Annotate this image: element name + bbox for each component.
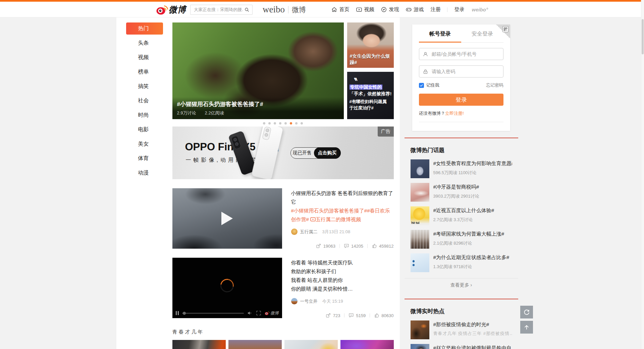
topic-title[interactable]: #为什么近期无症状感染者占比多#: [433, 254, 512, 261]
nav-item-video[interactable]: 视频: [356, 6, 374, 13]
fullscreen-icon[interactable]: [256, 310, 261, 316]
remember-me-label[interactable]: 记住我: [426, 82, 439, 88]
login-submit-button[interactable]: 登录: [419, 94, 503, 106]
username[interactable]: 五行属二: [300, 229, 318, 235]
video-link-text[interactable]: 五行属二的微博视频: [316, 216, 361, 222]
nav-item-discover[interactable]: 发现: [381, 6, 399, 13]
video-thumbnail-1[interactable]: [172, 188, 282, 249]
register-link[interactable]: 注册: [430, 6, 440, 13]
login-link[interactable]: 登录: [454, 6, 464, 13]
post-image[interactable]: [340, 340, 394, 349]
video-thumbnail-2[interactable]: 微博: [172, 258, 282, 318]
nav-item-games[interactable]: 游戏: [406, 6, 424, 13]
hot-topic-item-4[interactable]: #考研国家线为何普遍大幅上涨# 2.1亿阅读 8296讨论: [405, 230, 518, 249]
progress-knob[interactable]: [183, 312, 186, 315]
sidebar-item-headlines[interactable]: 头条: [126, 37, 163, 49]
sidebar-item-rankings[interactable]: 榜单: [126, 66, 163, 78]
carousel-dot[interactable]: [295, 122, 298, 124]
right-column: 帐号登录 安全登录: [405, 22, 518, 349]
realtime-item-2[interactable]: #赵立坚称台湾如被俄制裁是咎由自… 「赵立坚称台湾如被俄制裁是咎由自取」: [405, 344, 518, 349]
like-stat[interactable]: 80630: [374, 313, 393, 318]
home-icon: [331, 6, 337, 13]
post-body: 小猩猩用石头扔游客 爸爸看到后狠狠的教育了它 #小猩猩用石头扔游客被爸爸揍了##…: [291, 188, 394, 249]
password-input[interactable]: [432, 69, 500, 74]
volume-icon[interactable]: [247, 310, 253, 316]
tab-account-login[interactable]: 帐号登录: [419, 31, 461, 43]
pause-button[interactable]: [176, 311, 179, 315]
carousel-dot[interactable]: [284, 122, 287, 124]
sidebar-item-video[interactable]: 视频: [126, 51, 163, 63]
post-image[interactable]: [284, 340, 338, 349]
refresh-button[interactable]: [520, 306, 533, 318]
sidebar-item-sports[interactable]: 体育: [126, 152, 163, 164]
carousel-dot[interactable]: [274, 122, 276, 124]
repost-stat[interactable]: 19063: [316, 243, 335, 249]
carousel-dot[interactable]: [279, 122, 281, 124]
sidebar-item-fashion[interactable]: 时尚: [126, 109, 163, 121]
account-input[interactable]: [432, 51, 500, 57]
comment-count: 5159: [356, 313, 366, 318]
topic-title[interactable]: #考研国家线为何普遍大幅上涨#: [433, 231, 512, 237]
username[interactable]: 一号立井: [300, 298, 318, 304]
topic-title[interactable]: #女性受教育程度为何影响生育意愿#: [433, 160, 512, 167]
avatar[interactable]: [291, 229, 298, 235]
sidebar-item-funny[interactable]: 搞笑: [126, 80, 163, 92]
oppo-ad-banner[interactable]: OPPO Find X5 系列 一帧影像,动用两块芯片 现已开售 点击购买 广告: [172, 127, 394, 179]
hot-topic-item-1[interactable]: #女性受教育程度为何影响生育意愿# 596.5万阅读 1100讨论: [405, 159, 518, 178]
forgot-password-link[interactable]: 忘记密码: [486, 82, 503, 88]
carousel-dot[interactable]: [268, 122, 271, 124]
remember-me-checkbox[interactable]: [419, 83, 424, 88]
hot-topic-item-2[interactable]: #冲牙器是智商税吗# 3903.2万阅读 2901讨论: [405, 183, 518, 202]
topic-title[interactable]: #冲牙器是智商税吗#: [433, 184, 512, 190]
topic-title[interactable]: #赵立坚称台湾如被俄制裁是咎由自…: [433, 345, 512, 349]
weibo-corner-brand[interactable]: weibo°: [472, 7, 488, 12]
back-to-top-button[interactable]: [520, 321, 533, 334]
progress-bar[interactable]: [182, 313, 244, 314]
search-box[interactable]: [190, 5, 253, 15]
carousel-dot[interactable]: [263, 122, 265, 124]
hot-topic-item-3[interactable]: hè tui #近视五百度以上什么体验# 2.7亿阅读 3.3万讨论: [405, 206, 518, 225]
sidebar-item-society[interactable]: 社会: [126, 95, 163, 107]
ad-buy-button[interactable]: 点击购买: [314, 147, 341, 159]
register-now-link[interactable]: 立即注册!: [445, 111, 464, 116]
search-input[interactable]: [191, 7, 244, 12]
sidebar-item-movies[interactable]: 电影: [126, 123, 163, 136]
post-image[interactable]: [172, 340, 226, 349]
post-hashtag-links[interactable]: #小猩猩用石头扔游客被爸爸揍了##春日欢乐创作营# 五行属二的微博视频: [291, 206, 394, 224]
see-more-link[interactable]: 查看更多 ›: [405, 278, 518, 292]
realtime-item-1[interactable]: #那些被疫情偷走的时光# 青春才几年 疫情占三年 #那些被疫情…: [405, 320, 518, 339]
ad-cta-pill[interactable]: 现已开售 点击购买: [290, 147, 341, 159]
nav-item-home[interactable]: 首页: [331, 6, 349, 13]
like-stat[interactable]: 459812: [372, 243, 393, 249]
login-label: 登录: [454, 6, 464, 13]
post-image[interactable]: [228, 340, 282, 349]
sidebar-item-beauty[interactable]: 美女: [126, 138, 163, 150]
search-icon[interactable]: [244, 7, 250, 12]
repost-stat[interactable]: 723: [326, 313, 340, 318]
account-field[interactable]: [419, 48, 503, 60]
hot-topic-item-5[interactable]: #为什么近期无症状感染者占比多# 1.3亿阅读 9718讨论: [405, 253, 518, 272]
qr-login-corner[interactable]: [496, 24, 510, 39]
sidebar-item-anime[interactable]: 动漫: [126, 167, 163, 179]
carousel-dot-active[interactable]: [290, 122, 292, 124]
scrollbar-thumb[interactable]: [642, 19, 644, 54]
page-scrollbar[interactable]: [641, 0, 644, 349]
sidebar-item-hot[interactable]: 热门: [126, 22, 163, 35]
carousel-main-slide[interactable]: #小猩猩用石头扔游客被爸爸揍了# 2.9万讨论 2.2亿阅读: [172, 22, 344, 119]
carousel-dot[interactable]: [301, 122, 303, 124]
carousel-title[interactable]: #小猩猩用石头扔游客被爸爸揍了#: [177, 100, 339, 108]
comment-stat[interactable]: 5159: [348, 313, 366, 318]
play-icon[interactable]: [221, 212, 233, 225]
comment-stat[interactable]: 14205: [344, 243, 363, 249]
topic-title[interactable]: #近视五百度以上什么体验#: [433, 207, 512, 214]
carousel-caption: #小猩猩用石头扔游客被爸爸揍了# 2.9万讨论 2.2亿阅读: [172, 97, 344, 119]
topic-title[interactable]: #那些被疫情偷走的时光#: [433, 321, 512, 328]
post-stats-row: 723 5159 80630: [291, 313, 394, 318]
weibo-logo[interactable]: 微博: [156, 4, 186, 15]
carousel-side-slide-top[interactable]: #女生会因为什么烦躁#: [347, 22, 394, 68]
carousel-side-slide-bottom[interactable]: 〝 专坑中国女性的 「手术」依然被推荐! #有哪些妇科问题属 于过度治疗#: [347, 72, 394, 119]
avatar[interactable]: [291, 298, 298, 304]
topic-thumbnail: hè tui: [411, 206, 429, 225]
password-field[interactable]: [419, 65, 503, 78]
comment-count: 14205: [351, 244, 363, 249]
